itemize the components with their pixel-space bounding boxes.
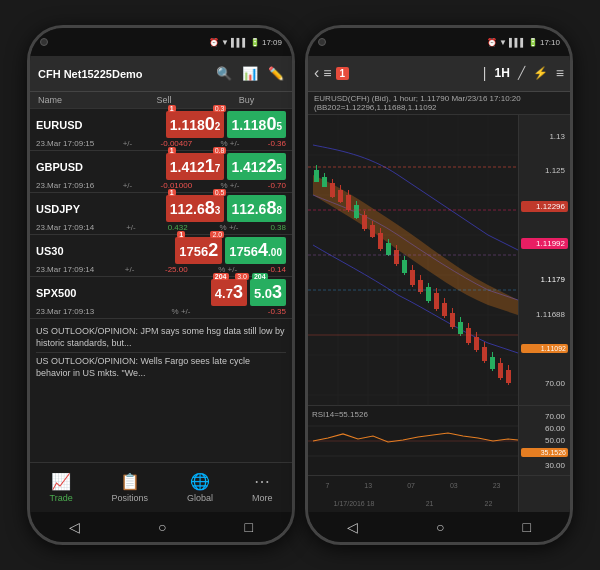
chart-info-text2: (BB202=1.12296,1.11688,1.11092 — [314, 103, 564, 112]
us30-sell: 1 17562 2.0 — [175, 237, 222, 264]
indicators-icon[interactable]: ⚡ — [533, 66, 548, 80]
edit-icon[interactable]: ✏️ — [268, 66, 284, 81]
nav-trade[interactable]: 📈 Trade — [49, 472, 72, 503]
usdjpy-change-label: +/- — [126, 223, 136, 232]
main-chart[interactable]: 1.13 1.125 1.12296 1.11992 1.1179 1.1168… — [308, 115, 570, 407]
usdjpy-sell-big: 8 — [205, 198, 215, 219]
usdjpy-buy-big: 8 — [266, 198, 276, 219]
col-buy-header: Buy — [209, 95, 284, 105]
news-item-2[interactable]: US OUTLOOK/OPINION: Wells Fargo sees lat… — [36, 353, 286, 382]
eurusd-sell-sup: 2 — [215, 121, 221, 132]
camera-left — [40, 38, 48, 46]
price-1.11092: 1.11092 — [521, 344, 568, 353]
chart-header: ‹ ≡ 1 | 1H ╱ ⚡ ≡ — [308, 56, 570, 92]
spx500-name: SPX500 — [36, 287, 91, 299]
price-1.1179: 1.1179 — [521, 275, 568, 284]
us30-prices: 1 17562 2.0 17564.00 — [95, 237, 286, 264]
spx500-badge: 204 — [213, 273, 229, 280]
spx500-buy-badge: 204 — [252, 273, 268, 280]
android-nav-right: ◁ ○ □ — [308, 512, 570, 542]
gbpusd-change-label: +/- — [123, 181, 133, 190]
date-axis-2: 1/17/2016 18 21 22 — [308, 494, 570, 512]
chart-price-labels: 1.13 1.125 1.12296 1.11992 1.1179 1.1168… — [518, 115, 570, 406]
price-1.11688: 1.11688 — [521, 310, 568, 319]
status-bar-left: ⏰ ▼ ▌▌▌ 🔋 17:09 — [209, 38, 282, 47]
timeframe-label[interactable]: 1H — [494, 66, 509, 80]
instrument-row-us30[interactable]: US30 1 17562 2.0 17564.00 23.Ma — [30, 235, 292, 277]
home-btn-right[interactable]: ○ — [436, 519, 444, 535]
chart-info-bar: EURUSD(CFH) (Bid), 1 hour; 1.11790 Mar/2… — [308, 92, 570, 115]
gbpusd-buy-main: 1.412 — [231, 159, 266, 175]
date-21: 21 — [426, 500, 434, 507]
spx500-prices: 204 4.73 3.0 204 5.03 — [95, 279, 286, 306]
spx500-sub: 23.Mar 17:09:13 % +/- -0.35 — [36, 307, 286, 316]
usdjpy-name: USDJPY — [36, 203, 91, 215]
gbpusd-change-val: -0.01000 — [161, 181, 193, 190]
date-axis: 7 13 07 03 23 — [308, 476, 570, 494]
us30-change-label: +/- — [125, 265, 135, 274]
recent-btn-left[interactable]: □ — [245, 519, 253, 535]
more-label: More — [252, 493, 273, 503]
usdjpy-sell-sup: 3 — [215, 205, 221, 216]
instrument-row-usdjpy[interactable]: USDJPY 1 112.683 0.5 112.688 23 — [30, 193, 292, 235]
nav-more[interactable]: ⋯ More — [252, 472, 273, 503]
us30-change-val: -25.00 — [165, 265, 188, 274]
usdjpy-sell: 1 112.683 0.5 — [166, 195, 225, 222]
us30-pct-val: -0.14 — [268, 265, 286, 274]
recent-btn-right[interactable]: □ — [523, 519, 531, 535]
screen-right: ‹ ≡ 1 | 1H ╱ ⚡ ≡ EURUSD(CFH) (Bid), 1 ho… — [308, 56, 570, 542]
gbpusd-buy: 1.41225 — [227, 153, 286, 180]
us30-badge: 1 — [177, 231, 185, 238]
wifi-icon: ▼ — [221, 38, 229, 47]
rsi-35: 35.1526 — [521, 448, 568, 457]
instrument-row-spx500[interactable]: SPX500 204 4.73 3.0 204 5.03 — [30, 277, 292, 319]
rsi-30: 30.00 — [521, 461, 568, 470]
battery-icon: 🔋 — [250, 38, 260, 47]
phone-top-left: ⏰ ▼ ▌▌▌ 🔋 17:09 — [30, 28, 292, 56]
gbpusd-sub: 23.Mar 17:09:16 +/- -0.01000 % +/- -0.70 — [36, 181, 286, 190]
gbpusd-buy-sup: 5 — [276, 163, 282, 174]
eurusd-pct-val: -0.36 — [268, 139, 286, 148]
gbpusd-pct-val: -0.70 — [268, 181, 286, 190]
back-btn-right[interactable]: ◁ — [347, 519, 358, 535]
news-item-1[interactable]: US OUTLOOK/OPINION: JPM says some hsg da… — [36, 323, 286, 353]
global-label: Global — [187, 493, 213, 503]
chart-svg — [308, 115, 520, 410]
list-icon[interactable]: ≡ — [323, 65, 331, 81]
date-07: 07 — [407, 482, 415, 489]
eurusd-change-val: -0.00407 — [161, 139, 193, 148]
gbpusd-prices: 1 1.41217 0.8 1.41225 — [95, 153, 286, 180]
nav-global[interactable]: 🌐 Global — [187, 472, 213, 503]
chart-icon[interactable]: 📊 — [242, 66, 258, 81]
nav-positions[interactable]: 📋 Positions — [112, 472, 149, 503]
usdjpy-sub: 23.Mar 17:09:14 +/- 0.432 % +/- 0.38 — [36, 223, 286, 232]
us30-sell-badge2: 2.0 — [210, 231, 224, 238]
wifi-icon-r: ▼ — [499, 38, 507, 47]
menu-icon[interactable]: ≡ — [556, 65, 564, 81]
status-bar-right: ⏰ ▼ ▌▌▌ 🔋 17:10 — [487, 38, 560, 47]
search-icon[interactable]: 🔍 — [216, 66, 232, 81]
spx500-sell-main: 4.7 — [215, 286, 233, 301]
price-1.13: 1.13 — [521, 132, 568, 141]
draw-icon[interactable]: ╱ — [518, 66, 525, 80]
instrument-row-eurusd[interactable]: EURUSD 1 1.11802 0.3 1.11805 23 — [30, 109, 292, 151]
battery-icon-r: 🔋 — [528, 38, 538, 47]
back-icon[interactable]: ‹ — [314, 64, 319, 82]
eurusd-prices: 1 1.11802 0.3 1.11805 — [95, 111, 286, 138]
rsi-label-text: RSI14=55.1526 — [312, 410, 368, 419]
home-btn-left[interactable]: ○ — [158, 519, 166, 535]
global-icon: 🌐 — [190, 472, 210, 491]
date-23: 23 — [493, 482, 501, 489]
back-btn-left[interactable]: ◁ — [69, 519, 80, 535]
usdjpy-buy: 112.688 — [227, 195, 286, 222]
instrument-row-gbpusd[interactable]: GBPUSD 1 1.41217 0.8 1.41225 23 — [30, 151, 292, 193]
candlestick-icon[interactable]: | — [483, 65, 487, 81]
gbpusd-sell-main: 1.412 — [170, 159, 205, 175]
time-left: 17:09 — [262, 38, 282, 47]
date-13: 13 — [364, 482, 372, 489]
rsi-right-labels: 70.00 60.00 50.00 35.1526 30.00 — [518, 406, 570, 475]
price-70: 70.00 — [521, 379, 568, 388]
date-labels: 7 13 07 03 23 — [308, 476, 518, 494]
col-sell-header: Sell — [119, 95, 209, 105]
us30-buy-main: 1756 — [229, 244, 258, 259]
